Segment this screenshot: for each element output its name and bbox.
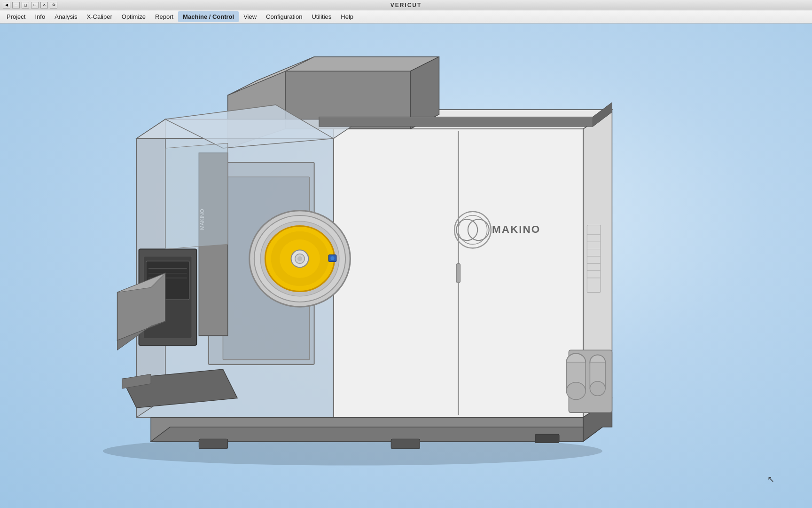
- svg-point-29: [297, 256, 302, 261]
- svg-rect-43: [199, 439, 227, 448]
- window-btn-settings[interactable]: ⚙: [50, 2, 57, 8]
- window-btn-close[interactable]: ✕: [40, 2, 48, 8]
- menubar: ProjectInfoAnalysisX-CaliperOptimizeRepo…: [0, 10, 812, 24]
- svg-rect-62: [587, 225, 601, 292]
- menu-item-view[interactable]: View: [239, 11, 261, 22]
- menu-item-project[interactable]: Project: [2, 11, 30, 22]
- svg-point-31: [330, 256, 334, 260]
- titlebar: ◀ ─ ◻ □ ✕ ⚙ VERICUT: [0, 0, 812, 10]
- mouse-cursor: ↖: [767, 474, 774, 484]
- svg-marker-61: [165, 143, 228, 249]
- svg-rect-45: [535, 434, 559, 443]
- menu-item-help[interactable]: Help: [336, 11, 358, 22]
- svg-text:MAKINO: MAKINO: [492, 223, 540, 235]
- window-btn-restore[interactable]: ◻: [22, 2, 29, 8]
- window-btn-back[interactable]: ◀: [3, 2, 10, 8]
- menu-item-analysis[interactable]: Analysis: [50, 11, 82, 22]
- viewport[interactable]: MAKINO: [0, 24, 812, 508]
- svg-point-54: [590, 381, 605, 396]
- window-controls[interactable]: ◀ ─ ◻ □ ✕ ⚙: [3, 2, 57, 8]
- menu-item-info[interactable]: Info: [30, 11, 50, 22]
- svg-marker-46: [319, 117, 593, 126]
- svg-rect-5: [456, 263, 460, 283]
- svg-rect-44: [391, 439, 420, 448]
- window-btn-minimize[interactable]: ─: [12, 2, 20, 8]
- app-title: VERICUT: [390, 2, 422, 8]
- menu-item-xcaliper[interactable]: X-Caliper: [82, 11, 117, 22]
- menu-item-utilities[interactable]: Utilities: [307, 11, 336, 22]
- menu-item-machine-control[interactable]: Machine / Control: [178, 11, 239, 22]
- menu-item-optimize[interactable]: Optimize: [117, 11, 150, 22]
- menu-item-report[interactable]: Report: [150, 11, 178, 22]
- menu-item-configuration[interactable]: Configuration: [261, 11, 307, 22]
- svg-point-51: [566, 382, 586, 400]
- window-btn-maximize[interactable]: □: [31, 2, 39, 8]
